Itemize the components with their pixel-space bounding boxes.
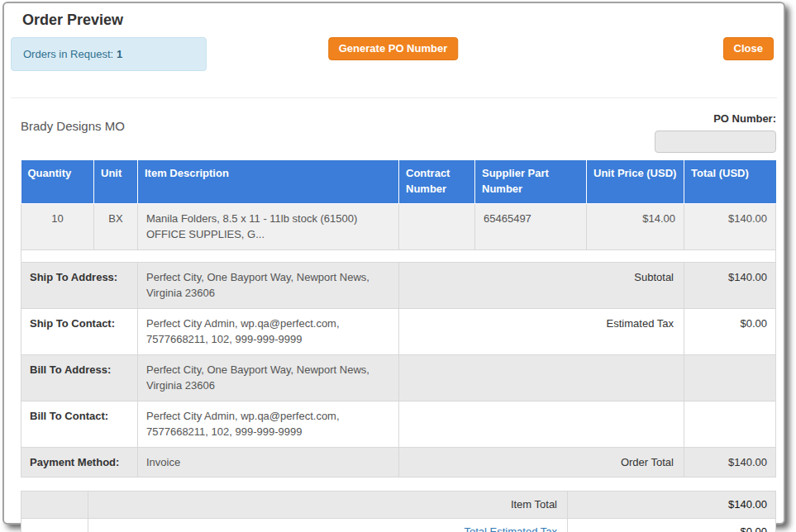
spacer-row	[21, 249, 776, 262]
bill-to-address-row: Bill To Address: Perfect City, One Baypo…	[21, 354, 776, 401]
ship-to-contact-label: Ship To Contact:	[21, 308, 138, 354]
subtotal-value: $140.00	[684, 262, 776, 308]
item-unit-price: $14.00	[587, 203, 684, 249]
col-header-supplier-part-number: Supplier Part Number	[475, 160, 587, 203]
payment-method-value: Invoice	[138, 447, 399, 477]
bill-to-contact-row: Bill To Contact: Perfect City Admin, wp.…	[21, 401, 776, 447]
po-number-label: PO Number:	[713, 112, 776, 125]
bill-to-contact-label: Bill To Contact:	[21, 401, 138, 447]
item-total: $140.00	[684, 203, 776, 249]
subtotal-label: Subtotal	[399, 262, 684, 308]
payment-method-label: Payment Method:	[21, 447, 138, 477]
bill-to-address-label: Bill To Address:	[21, 354, 138, 401]
order-total-value: $140.00	[684, 447, 776, 477]
totals-table: Item Total $140.00 Total Estimated Tax $…	[21, 491, 776, 532]
close-button[interactable]: Close	[723, 37, 774, 60]
ship-to-address-label: Ship To Address:	[21, 262, 138, 308]
total-estimated-tax-value: $0.00	[568, 518, 776, 532]
total-estimated-tax-link[interactable]: Total Estimated Tax	[465, 525, 557, 532]
col-header-total: Total (USD)	[684, 160, 776, 203]
item-row: 10 BX Manila Folders, 8.5 x 11 - 11lb st…	[21, 203, 776, 249]
po-number-block: PO Number:	[655, 112, 776, 153]
toolbar: Orders in Request: 1 Generate PO Number …	[11, 37, 775, 72]
orders-in-request-count: 1	[117, 48, 122, 60]
supplier-name: Brady Designs MO	[21, 112, 125, 133]
order-section-header: Brady Designs MO PO Number:	[21, 112, 776, 153]
estimated-tax-label: Estimated Tax	[399, 308, 684, 354]
ship-to-contact-row: Ship To Contact: Perfect City Admin, wp.…	[21, 308, 776, 354]
item-supplier-part-number: 65465497	[475, 203, 587, 249]
orders-in-request-badge: Orders in Request: 1	[11, 37, 207, 71]
col-header-unit-price: Unit Price (USD)	[587, 160, 684, 203]
total-estimated-tax-row: Total Estimated Tax $0.00	[21, 518, 776, 532]
item-quantity: 10	[21, 203, 94, 249]
col-header-item-description: Item Description	[138, 160, 399, 203]
col-header-contract-number: Contract Number	[399, 160, 475, 203]
ship-to-address-row: Ship To Address: Perfect City, One Baypo…	[21, 262, 776, 308]
orders-in-request-label: Orders in Request:	[23, 48, 113, 60]
po-number-input[interactable]	[655, 131, 776, 153]
col-header-unit: Unit	[94, 160, 138, 203]
toolbar-divider	[11, 97, 777, 98]
order-items-table-wrap: Quantity Unit Item Description Contract …	[21, 160, 776, 477]
totals-table-wrap: Item Total $140.00 Total Estimated Tax $…	[21, 491, 776, 532]
ship-to-address-value: Perfect City, One Bayport Way, Newport N…	[138, 262, 399, 308]
estimated-tax-value: $0.00	[684, 308, 776, 354]
bill-to-address-value: Perfect City, One Bayport Way, Newport N…	[138, 354, 399, 401]
item-unit: BX	[94, 203, 138, 249]
table-header-row: Quantity Unit Item Description Contract …	[21, 160, 776, 203]
item-description: Manila Folders, 8.5 x 11 - 11lb stock (6…	[138, 203, 399, 249]
bill-to-contact-value: Perfect City Admin, wp.qa@perfect.com, 7…	[138, 401, 399, 447]
col-header-quantity: Quantity	[21, 160, 94, 203]
item-total-row: Item Total $140.00	[21, 492, 776, 519]
page-title: Order Preview	[22, 12, 784, 29]
generate-po-number-button[interactable]: Generate PO Number	[328, 37, 459, 60]
item-total-value: $140.00	[568, 492, 776, 519]
ship-to-contact-value: Perfect City Admin, wp.qa@perfect.com, 7…	[138, 308, 399, 354]
item-total-label: Item Total	[88, 492, 568, 519]
order-total-label: Order Total	[399, 447, 684, 477]
order-preview-dialog: Order Preview Orders in Request: 1 Gener…	[2, 2, 785, 525]
payment-method-row: Payment Method: Invoice Order Total $140…	[21, 447, 776, 477]
item-contract-number	[399, 203, 475, 249]
order-items-table: Quantity Unit Item Description Contract …	[21, 160, 776, 477]
